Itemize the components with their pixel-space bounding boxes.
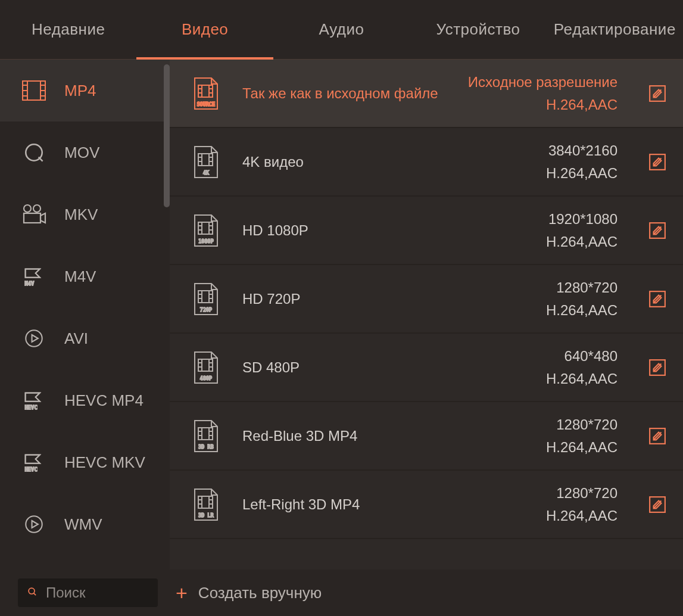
svg-rect-73 — [198, 496, 213, 508]
create-manual-label: Создать вручную — [198, 584, 322, 602]
avi-format-icon — [21, 328, 46, 349]
preset-480p[interactable]: 480P SD 480P 640*480 H.264,AAC — [170, 334, 683, 402]
sidebar-item-wmv[interactable]: WMV — [0, 493, 170, 555]
preset-codec: H.264,AAC — [546, 439, 617, 456]
tab-editing[interactable]: Редактирование — [547, 0, 683, 59]
svg-rect-37 — [198, 222, 213, 234]
preset-file-icon: 720P — [191, 282, 221, 316]
preset-codec: H.264,AAC — [546, 371, 617, 387]
preset-resolution: 1920*1080 — [546, 211, 617, 228]
footer-bar: + Создать вручную — [0, 570, 683, 616]
sidebar-item-hevcmp4[interactable]: HEVC HEVC MP4 — [0, 369, 170, 431]
format-list: MP4 MOV MKV M4V M4V AVI HEVC HEVC MP4 — [0, 60, 170, 555]
preset-file-icon: 1080P — [191, 214, 221, 247]
svg-text:3D LR: 3D LR — [198, 513, 214, 518]
preset-codec: H.264,AAC — [546, 302, 617, 319]
svg-text:3D RB: 3D RB — [198, 444, 214, 450]
preset-resolution: 1280*720 — [546, 279, 617, 296]
preset-meta: 1280*720 H.264,AAC — [546, 279, 617, 319]
edit-preset-button[interactable] — [648, 290, 666, 308]
svg-rect-13 — [24, 213, 40, 223]
edit-preset-button[interactable] — [648, 153, 666, 171]
top-tabs: НедавниеВидеоАудиоУстройствоРедактирован… — [0, 0, 683, 60]
sidebar-scrollbar[interactable] — [164, 64, 170, 207]
preset-meta: Исходное разрешение H.264,AAC — [468, 74, 617, 113]
sidebar-item-m4v[interactable]: M4V M4V — [0, 245, 170, 307]
format-sidebar: MP4 MOV MKV M4V M4V AVI HEVC HEVC MP4 — [0, 60, 170, 570]
tab-video[interactable]: Видео — [136, 0, 273, 59]
preset-codec: H.264,AAC — [546, 165, 617, 182]
preset-codec: H.264,AAC — [546, 508, 617, 524]
svg-rect-46 — [198, 291, 213, 303]
edit-preset-button[interactable] — [648, 427, 666, 445]
edit-preset-button[interactable] — [648, 496, 666, 514]
svg-text:SOURCE: SOURCE — [197, 102, 216, 107]
edit-preset-button[interactable] — [648, 359, 666, 377]
svg-text:M4V: M4V — [25, 281, 35, 287]
preset-resolution: 3840*2160 — [546, 142, 617, 159]
hevcmp4-format-icon: HEVC — [21, 390, 46, 411]
preset-title: SD 480P — [238, 359, 529, 376]
search-box[interactable] — [18, 578, 158, 607]
svg-point-15 — [26, 330, 42, 346]
preset-title: Так же как в исходном файле — [238, 85, 451, 102]
svg-rect-64 — [198, 428, 213, 440]
preset-4k[interactable]: 4K 4K видео 3840*2160 H.264,AAC — [170, 128, 683, 197]
tab-device[interactable]: Устройство — [410, 0, 546, 59]
sidebar-item-label: M4V — [64, 267, 96, 286]
preset-list: SOURCE Так же как в исходном файле Исход… — [170, 60, 683, 570]
preset-file-icon: 3D LR — [191, 488, 221, 521]
sidebar-item-avi[interactable]: AVI — [0, 307, 170, 369]
preset-codec: H.264,AAC — [546, 234, 617, 250]
preset-title: Left-Right 3D MP4 — [238, 496, 529, 513]
svg-text:4K: 4K — [203, 170, 209, 176]
preset-3dlr[interactable]: 3D LR Left-Right 3D MP4 1280*720 H.264,A… — [170, 471, 683, 539]
svg-text:HEVC: HEVC — [25, 466, 38, 472]
edit-preset-button[interactable] — [648, 222, 666, 239]
sidebar-item-label: AVI — [64, 329, 88, 348]
preset-codec: H.264,AAC — [468, 97, 617, 113]
svg-point-12 — [33, 205, 40, 212]
tab-audio[interactable]: Аудио — [273, 0, 410, 59]
preset-1080p[interactable]: 1080P HD 1080P 1920*1080 H.264,AAC — [170, 197, 683, 265]
search-input[interactable] — [46, 584, 148, 601]
svg-rect-28 — [198, 154, 213, 166]
preset-source[interactable]: SOURCE Так же как в исходном файле Исход… — [170, 60, 683, 128]
sidebar-item-mkv[interactable]: MKV — [0, 183, 170, 245]
hevcmkv-format-icon: HEVC — [21, 452, 46, 473]
sidebar-item-mov[interactable]: MOV — [0, 122, 170, 183]
preset-title: 4K видео — [238, 154, 529, 170]
sidebar-item-hevcmkv[interactable]: HEVC HEVC MKV — [0, 431, 170, 493]
svg-point-82 — [29, 588, 35, 594]
mkv-format-icon — [21, 204, 46, 225]
edit-preset-button[interactable] — [648, 85, 666, 102]
tab-recent[interactable]: Недавние — [0, 0, 136, 59]
preset-file-icon: 3D RB — [191, 419, 221, 453]
svg-text:HEVC: HEVC — [25, 405, 38, 410]
svg-rect-55 — [198, 359, 213, 371]
svg-line-83 — [34, 593, 36, 596]
svg-rect-19 — [198, 85, 213, 97]
svg-point-11 — [24, 205, 31, 212]
sidebar-item-label: HEVC MP4 — [64, 391, 144, 410]
search-icon — [27, 587, 38, 599]
preset-file-icon: SOURCE — [191, 77, 221, 110]
svg-text:720P: 720P — [200, 307, 212, 313]
preset-file-icon: 480P — [191, 351, 221, 384]
sidebar-item-mp4[interactable]: MP4 — [0, 60, 170, 122]
preset-resolution: 640*480 — [546, 348, 617, 365]
preset-resolution: Исходное разрешение — [468, 74, 617, 91]
preset-3drb[interactable]: 3D RB Red-Blue 3D MP4 1280*720 H.264,AAC — [170, 402, 683, 471]
preset-meta: 1280*720 H.264,AAC — [546, 485, 617, 524]
preset-meta: 3840*2160 H.264,AAC — [546, 142, 617, 182]
preset-720p[interactable]: 720P HD 720P 1280*720 H.264,AAC — [170, 265, 683, 334]
sidebar-item-label: MP4 — [64, 82, 96, 100]
sidebar-item-label: MOV — [64, 144, 99, 162]
wmv-format-icon — [21, 514, 46, 535]
sidebar-item-label: HEVC MKV — [64, 453, 145, 472]
svg-text:1080P: 1080P — [198, 239, 214, 244]
create-manual-button[interactable]: + Создать вручную — [176, 583, 322, 603]
preset-resolution: 1280*720 — [546, 416, 617, 433]
preset-file-icon: 4K — [191, 145, 221, 179]
preset-title: HD 1080P — [238, 222, 529, 239]
